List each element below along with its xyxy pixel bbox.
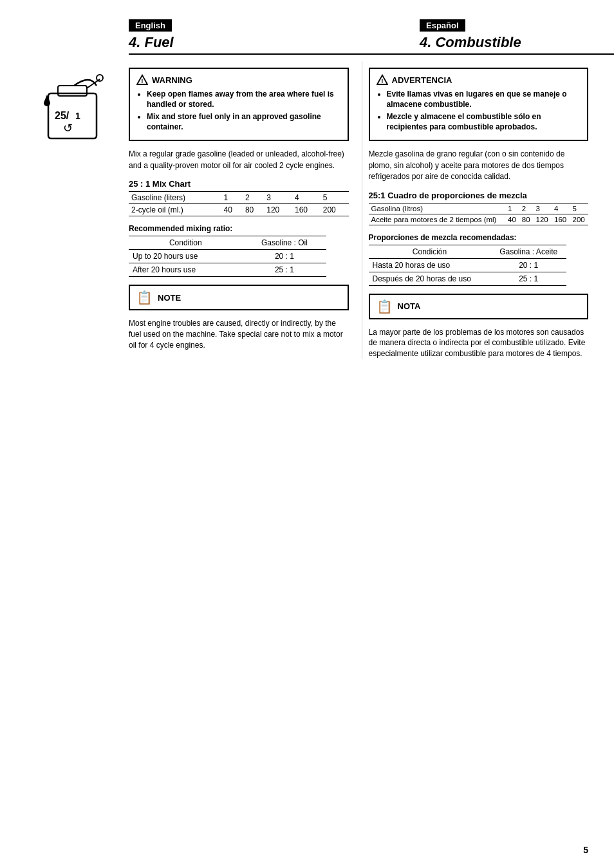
table-row: Gasolina (litros) 1 2 3 4 5 (369, 203, 589, 214)
english-column: ! WARNING Keep open flames away from the… (129, 61, 362, 359)
table-cell: Condición (369, 245, 491, 258)
table-cell: 5 (570, 203, 589, 214)
table-cell: 25 : 1 (243, 263, 327, 277)
english-warning-box: ! WARNING Keep open flames away from the… (129, 68, 349, 141)
table-cell: 1 (505, 203, 519, 214)
table-cell: 80 (243, 204, 264, 216)
table-cell: Gasoline : Oil (243, 236, 327, 250)
svg-text:↺: ↺ (63, 122, 73, 135)
table-cell: 2 (519, 203, 534, 214)
spanish-warning-box: ! ADVERTENCIA Evite llamas vivas en luga… (369, 68, 589, 141)
spanish-column: ! ADVERTENCIA Evite llamas vivas en luga… (362, 61, 589, 359)
spanish-warning-list: Evite llamas vivas en lugares en que se … (377, 90, 581, 132)
table-row: 2-cycle oil (ml.) 40 80 120 160 200 (129, 204, 349, 216)
table-cell: 200 (570, 214, 589, 225)
spanish-note-text: La mayor parte de los problemas de los m… (369, 327, 589, 359)
table-row: Aceite para motores de 2 tiempos (ml) 40… (369, 214, 589, 225)
note-icon: 📋 (136, 290, 153, 305)
svg-text:!: ! (381, 77, 383, 84)
table-row: Up to 20 hours use 20 : 1 (129, 250, 326, 263)
spanish-note-icon: 📋 (377, 299, 393, 314)
table-cell: 25 : 1 (491, 272, 566, 285)
english-warning-list: Keep open flames away from the area wher… (136, 90, 341, 132)
english-note-text: Most engine troubles are caused, directl… (129, 318, 349, 350)
english-ratio-title: Recommended mixing ratio: (129, 224, 349, 233)
svg-text:25/: 25/ (55, 110, 70, 121)
table-cell: 160 (292, 204, 321, 216)
table-cell: 2 (243, 192, 264, 204)
english-lang-tab: English (129, 19, 172, 32)
spanish-lang-tab: Español (420, 19, 465, 32)
table-cell: 4 (292, 192, 321, 204)
english-section-title: 4. Fuel (129, 34, 400, 51)
english-header: English 4. Fuel (129, 19, 413, 51)
fuel-diagram: 25/ 1 ↺ (35, 68, 119, 151)
table-cell: 2-cycle oil (ml.) (129, 204, 221, 216)
table-cell: 80 (519, 214, 534, 225)
english-warning-header: ! WARNING (136, 74, 341, 86)
spanish-ratio-table: Condición Gasolina : Aceite Hasta 20 hor… (369, 245, 566, 286)
table-cell: 4 (552, 203, 570, 214)
svg-point-3 (97, 75, 103, 81)
table-cell: Aceite para motores de 2 tiempos (ml) (369, 214, 506, 225)
table-row: After 20 hours use 25 : 1 (129, 263, 326, 277)
table-cell: Gasolina : Aceite (491, 245, 566, 258)
english-warning-item-2: Mix and store fuel only in an approved g… (147, 112, 341, 132)
english-warning-item-1: Keep open flames away from the area wher… (147, 90, 341, 109)
spanish-mix-chart-title: 25:1 Cuadro de proporciones de mezcla (369, 191, 589, 200)
svg-text:!: ! (141, 77, 143, 84)
spanish-warning-label: ADVERTENCIA (392, 75, 452, 85)
diagram-column: 25/ 1 ↺ (26, 61, 129, 359)
english-mix-table: Gasoline (liters) 1 2 3 4 5 2-cycle oil … (129, 191, 349, 216)
table-cell: Gasoline (liters) (129, 192, 221, 204)
spanish-mix-table: Gasolina (litros) 1 2 3 4 5 Aceite para … (369, 203, 589, 225)
table-cell: Después de 20 horas de uso (369, 272, 491, 285)
spanish-note-box: 📋 NOTA (369, 294, 589, 319)
table-cell: 5 (321, 192, 349, 204)
spanish-warning-item-1: Evite llamas vivas en lugares en que se … (387, 90, 581, 109)
table-row: Condición Gasolina : Aceite (369, 245, 566, 258)
spanish-section-title: 4. Combustible (420, 34, 614, 51)
spanish-warning-header: ! ADVERTENCIA (377, 74, 581, 86)
table-cell: 40 (505, 214, 519, 225)
table-row: Hasta 20 horas de uso 20 : 1 (369, 258, 566, 272)
warning-triangle-icon: ! (136, 74, 148, 86)
table-row: Gasoline (liters) 1 2 3 4 5 (129, 192, 349, 204)
english-ratio-table: Condition Gasoline : Oil Up to 20 hours … (129, 236, 326, 277)
table-cell: Gasolina (litros) (369, 203, 506, 214)
page-number: 5 (583, 845, 588, 855)
english-note-box: 📋 NOTE (129, 285, 349, 310)
spanish-header: Español 4. Combustible (413, 19, 614, 51)
table-row: Después de 20 horas de uso 25 : 1 (369, 272, 566, 285)
spanish-body-text: Mezcle gasolina de grano regular (con o … (369, 149, 589, 182)
english-note-label: NOTE (158, 293, 181, 303)
table-cell: 3 (534, 203, 552, 214)
english-mix-chart-title: 25 : 1 Mix Chart (129, 179, 349, 189)
spanish-warning-triangle-icon: ! (377, 74, 388, 86)
main-columns: 25/ 1 ↺ ! (26, 61, 588, 359)
svg-rect-1 (58, 86, 87, 96)
english-warning-label: WARNING (152, 75, 192, 85)
spanish-warning-item-2: Mezcle y almacene el combustible sólo en… (387, 112, 581, 132)
table-cell: 1 (221, 192, 243, 204)
english-body-text: Mix a regular grade gasoline (leaded or … (129, 149, 349, 171)
table-cell: 200 (321, 204, 349, 216)
table-row: Condition Gasoline : Oil (129, 236, 326, 250)
table-cell: After 20 hours use (129, 263, 243, 277)
table-cell: 160 (552, 214, 570, 225)
svg-text:1: 1 (75, 111, 80, 121)
table-cell: 20 : 1 (491, 258, 566, 272)
table-cell: 120 (534, 214, 552, 225)
spanish-ratio-title: Proporciones de mezcla recomendadas: (369, 233, 589, 242)
table-cell: Condition (129, 236, 243, 250)
table-cell: Up to 20 hours use (129, 250, 243, 263)
table-cell: 20 : 1 (243, 250, 327, 263)
table-cell: 40 (221, 204, 243, 216)
table-cell: 3 (264, 192, 292, 204)
page-container: English 4. Fuel Español 4. Combustible (0, 0, 614, 868)
table-cell: 120 (264, 204, 292, 216)
content-columns: ! WARNING Keep open flames away from the… (129, 61, 588, 359)
spanish-note-label: NOTA (398, 301, 421, 311)
table-cell: Hasta 20 horas de uso (369, 258, 491, 272)
